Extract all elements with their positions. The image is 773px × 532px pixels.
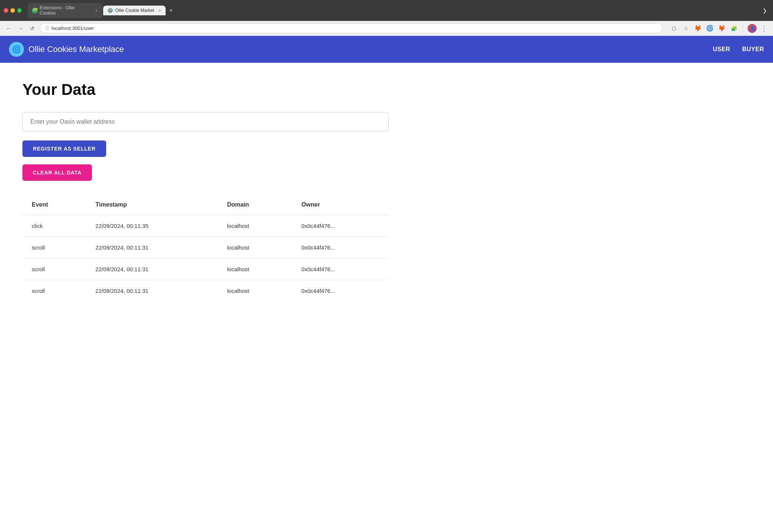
reload-button[interactable]: ↺ <box>28 24 36 33</box>
page-title: Your Data <box>22 81 389 99</box>
close-window-button[interactable] <box>4 8 8 13</box>
tabs-overflow-button[interactable]: ❯ <box>760 6 769 15</box>
table-body: click 22/09/2024, 00:11:35 localhost 0x0… <box>23 215 389 302</box>
col-owner: Owner <box>292 195 388 215</box>
table-row: scroll 22/09/2024, 00:11:31 localhost 0x… <box>23 259 389 280</box>
app-title: Ollie Cookies Marketplace <box>28 44 124 54</box>
app-nav: USER BUYER <box>713 46 764 53</box>
cell-owner-0: 0x0c44f476... <box>292 215 388 237</box>
clear-all-data-button[interactable]: CLEAR ALL DATA <box>22 164 92 181</box>
back-button[interactable]: ← <box>4 24 13 33</box>
traffic-lights <box>4 8 22 13</box>
cell-owner-3: 0x0c44f476... <box>292 280 388 302</box>
cell-event-3: scroll <box>23 280 87 302</box>
cell-event-1: scroll <box>23 237 87 259</box>
minimize-window-button[interactable] <box>10 8 15 13</box>
table-header-row: Event Timestamp Domain Owner <box>23 195 389 215</box>
new-tab-button[interactable]: + <box>166 6 176 15</box>
app-header: 🌀 Ollie Cookies Marketplace USER BUYER <box>0 36 773 63</box>
col-domain: Domain <box>218 195 292 215</box>
app-logo: 🌀 <box>9 42 24 57</box>
tab-extensions-close[interactable]: ✕ <box>95 9 98 13</box>
cell-owner-1: 0x0c44f476... <box>292 237 388 259</box>
extensions-tab-icon: 🧩 <box>32 8 37 13</box>
menu-button[interactable]: ⋮ <box>760 24 769 33</box>
cell-timestamp-1: 22/09/2024, 00:11:31 <box>86 237 218 259</box>
main-content: Your Data REGISTER AS SELLER CLEAR ALL D… <box>0 63 411 320</box>
table-row: scroll 22/09/2024, 00:11:31 localhost 0x… <box>23 237 389 259</box>
screen-cast-icon[interactable]: ⬡ <box>669 24 678 33</box>
tab-market[interactable]: 🍪 Ollie Cookie Market ✕ <box>103 6 166 15</box>
cell-timestamp-3: 22/09/2024, 00:11:31 <box>86 280 218 302</box>
tab-market-label: Ollie Cookie Market <box>115 8 154 13</box>
maximize-window-button[interactable] <box>17 8 22 13</box>
cell-timestamp-0: 22/09/2024, 00:11:35 <box>86 215 218 237</box>
metamask-icon[interactable]: 🦊 <box>693 24 702 33</box>
info-icon: ⓘ <box>45 25 49 31</box>
address-bar-row: ← → ↺ ⓘ localhost:3001/user ⬡ ☆ 🦊 🌀 🦊 🧩 … <box>0 21 773 36</box>
cell-domain-3: localhost <box>218 280 292 302</box>
table-row: click 22/09/2024, 00:11:35 localhost 0x0… <box>23 215 389 237</box>
forward-button[interactable]: → <box>16 24 25 33</box>
tab-extensions-label: Extensions - Ollie Cookies <box>40 5 91 16</box>
table-head: Event Timestamp Domain Owner <box>23 195 389 215</box>
profile-avatar[interactable]: 👤 <box>748 24 757 33</box>
metamask-fox-icon[interactable]: 🦊 <box>717 24 726 33</box>
bookmark-icon[interactable]: ☆ <box>681 24 690 33</box>
app-logo-area: 🌀 Ollie Cookies Marketplace <box>9 42 124 57</box>
toolbar-divider <box>743 25 743 32</box>
cell-owner-2: 0x0c44f476... <box>292 259 388 280</box>
tab-market-close[interactable]: ✕ <box>158 9 161 13</box>
cell-timestamp-2: 22/09/2024, 00:11:31 <box>86 259 218 280</box>
wallet-address-input[interactable] <box>22 112 389 132</box>
cell-domain-0: localhost <box>218 215 292 237</box>
address-text: localhost:3001/user <box>52 25 94 31</box>
col-timestamp: Timestamp <box>86 195 218 215</box>
cell-domain-2: localhost <box>218 259 292 280</box>
extension-cookie-icon[interactable]: 🌀 <box>705 24 714 33</box>
table-row: scroll 22/09/2024, 00:11:31 localhost 0x… <box>23 280 389 302</box>
cell-event-2: scroll <box>23 259 87 280</box>
tab-extensions[interactable]: 🧩 Extensions - Ollie Cookies ✕ <box>28 3 102 18</box>
nav-user[interactable]: USER <box>713 46 730 53</box>
data-table: Event Timestamp Domain Owner click 22/09… <box>22 194 389 302</box>
browser-chrome: 🧩 Extensions - Ollie Cookies ✕ 🍪 Ollie C… <box>0 0 773 21</box>
address-field[interactable]: ⓘ localhost:3001/user <box>40 23 663 33</box>
cell-domain-1: localhost <box>218 237 292 259</box>
market-tab-icon: 🍪 <box>108 8 113 13</box>
register-seller-button[interactable]: REGISTER AS SELLER <box>22 140 106 157</box>
cell-event-0: click <box>23 215 87 237</box>
extensions-icon[interactable]: 🧩 <box>729 24 738 33</box>
toolbar-icons: ⬡ ☆ 🦊 🌀 🦊 🧩 👤 ⋮ <box>669 24 769 33</box>
tabs-bar: 🧩 Extensions - Ollie Cookies ✕ 🍪 Ollie C… <box>28 3 757 18</box>
col-event: Event <box>23 195 87 215</box>
nav-buyer[interactable]: BUYER <box>742 46 764 53</box>
